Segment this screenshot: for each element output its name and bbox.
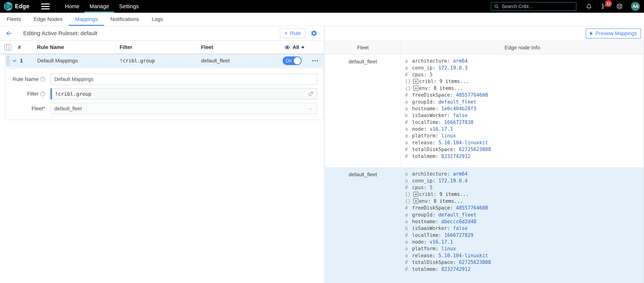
- preview-rows: default_fleet a # b {}+ architecture: ar…: [325, 55, 644, 283]
- cribl-logo: [4, 2, 13, 11]
- brand: Edge: [0, 2, 30, 11]
- column-header-fleet: Fleet: [197, 43, 281, 51]
- rule-filter-cell: !cribl.group: [116, 58, 197, 64]
- settings-gear-button[interactable]: [310, 30, 318, 37]
- field-line: a # b {}+ cpus: 5: [405, 184, 644, 191]
- string-type-icon: a: [405, 133, 412, 139]
- lifebuoy-icon[interactable]: [616, 3, 623, 10]
- tab-logs[interactable]: Logs: [145, 13, 170, 26]
- field-value: linux: [441, 246, 456, 251]
- field-line: a # b {}+ localTime: 1666727838: [405, 119, 644, 126]
- ruleset-header-actions: + Rule: [280, 29, 320, 38]
- expand-object-button[interactable]: +: [413, 198, 418, 204]
- field-line: a # b {}+ hostname: 1e0c404b28f3: [405, 105, 644, 112]
- field-colon: :: [434, 191, 440, 197]
- topnav-item-home[interactable]: Home: [60, 0, 84, 13]
- tab-fleets[interactable]: Fleets: [0, 13, 27, 26]
- preview-column-edge-node-info: Edge node Info: [401, 41, 644, 54]
- add-rule-label: Rule: [290, 30, 301, 36]
- row-menu-button[interactable]: [312, 58, 319, 63]
- number-type-icon: #: [405, 185, 412, 190]
- object-type-icon: {}+: [405, 79, 419, 84]
- field-key: env: [419, 198, 428, 204]
- field-line: a # b {}+ cpus: 5: [405, 71, 644, 78]
- column-chooser-icon[interactable]: [4, 44, 12, 51]
- preview-mappings-button[interactable]: Preview Mappings: [586, 29, 641, 39]
- field-line: a # b {}+ conn_ip: 172.19.0.3: [405, 64, 644, 71]
- fleet-select[interactable]: default_fleet: [50, 103, 317, 114]
- back-button[interactable]: [5, 30, 13, 37]
- column-header-rule-name: Rule Name: [33, 43, 116, 51]
- string-type-icon: a: [405, 171, 412, 177]
- toggle-knob: [294, 57, 301, 64]
- number-type-icon: #: [405, 147, 412, 152]
- field-value: 62725623808: [459, 259, 491, 265]
- number-type-icon: #: [405, 119, 412, 125]
- search-input[interactable]: Search Cribl...: [491, 2, 576, 11]
- rule-name-input[interactable]: Default Mappings: [50, 74, 317, 85]
- field-colon: :: [453, 259, 459, 265]
- rule-name-form-row: Rule Name ? Default Mappings: [5, 74, 324, 85]
- preview-mappings-label: Preview Mappings: [596, 31, 637, 37]
- field-colon: :: [424, 239, 430, 245]
- field-colon: :: [428, 198, 434, 204]
- add-rule-button[interactable]: + Rule: [280, 29, 305, 38]
- bell-icon[interactable]: [585, 3, 592, 10]
- menu-icon[interactable]: [41, 4, 50, 9]
- field-value: 1666727829: [444, 232, 474, 238]
- field-line: a # b {}+ totalDiskSpace: 62725623808: [405, 259, 644, 266]
- rules-table-header: # Rule Name Filter Fleet All: [0, 41, 324, 54]
- rule-name-label-wrap: Rule Name ?: [5, 76, 45, 82]
- expand-object-button[interactable]: +: [413, 79, 418, 84]
- filter-expression-input[interactable]: !cribl.group: [50, 88, 317, 99]
- gear-icon: [310, 30, 318, 37]
- field-colon: :: [447, 225, 453, 231]
- field-line: a # b {}+ node: v16.17.1: [405, 238, 644, 245]
- field-colon: :: [447, 113, 453, 118]
- field-key: cribl: [419, 79, 434, 84]
- avatar[interactable]: AA: [631, 2, 640, 11]
- rule-enabled-toggle[interactable]: On: [282, 57, 302, 65]
- fleet-label: Fleet*: [32, 106, 45, 112]
- field-line: a # b {}+ totalmem: 8232742912: [405, 153, 644, 159]
- filter-label-wrap: Filter ?: [5, 91, 45, 97]
- field-line: a # b {}+ env: 8 items...: [405, 85, 644, 92]
- tab-mappings[interactable]: Mappings: [69, 13, 104, 26]
- rule-name-label: Rule Name: [12, 76, 39, 82]
- collapse-chevron-icon[interactable]: [12, 58, 17, 63]
- visibility-filter-dropdown[interactable]: All: [281, 43, 324, 51]
- topbar-icons: 11: [585, 3, 623, 10]
- expand-object-button[interactable]: +: [413, 86, 418, 91]
- field-value: 62725623808: [459, 147, 491, 152]
- visibility-filter-label: All: [292, 44, 299, 50]
- field-key: totalDiskSpace: [412, 259, 453, 265]
- object-type-icon: {}+: [405, 85, 419, 91]
- field-value: 172.19.0.4: [438, 178, 468, 184]
- number-type-icon: #: [405, 72, 412, 77]
- git-branch-icon[interactable]: 11: [601, 3, 608, 10]
- help-icon[interactable]: ?: [40, 91, 45, 96]
- tab-edge-nodes[interactable]: Edge Nodes: [27, 13, 69, 26]
- expand-editor-button[interactable]: [308, 91, 314, 97]
- drag-handle[interactable]: [7, 56, 10, 66]
- number-type-icon: #: [405, 92, 412, 98]
- rule-row[interactable]: 1 Default Mappings !cribl.group default_…: [5, 54, 324, 67]
- fleet-control: default_fleet: [50, 103, 317, 114]
- topnav-item-manage[interactable]: Manage: [84, 0, 114, 13]
- tab-notifications[interactable]: Notifications: [104, 13, 146, 26]
- expand-object-button[interactable]: +: [413, 192, 418, 197]
- help-icon[interactable]: ?: [40, 77, 45, 82]
- boolean-type-icon: b: [405, 225, 412, 231]
- back-arrow-icon: [6, 30, 12, 37]
- field-key: localTime: [412, 119, 438, 125]
- field-value: 1666727838: [444, 119, 474, 125]
- string-type-icon: a: [405, 99, 412, 105]
- field-colon: :: [432, 253, 438, 258]
- topnav-item-settings[interactable]: Settings: [114, 0, 144, 13]
- notification-badge: 11: [605, 0, 612, 7]
- field-value: dbeccc6d2d48: [441, 219, 476, 224]
- field-value: false: [453, 113, 468, 118]
- preview-fleet-cell: default_fleet: [325, 55, 401, 167]
- field-key: release: [412, 253, 432, 258]
- product-name: Edge: [15, 3, 30, 10]
